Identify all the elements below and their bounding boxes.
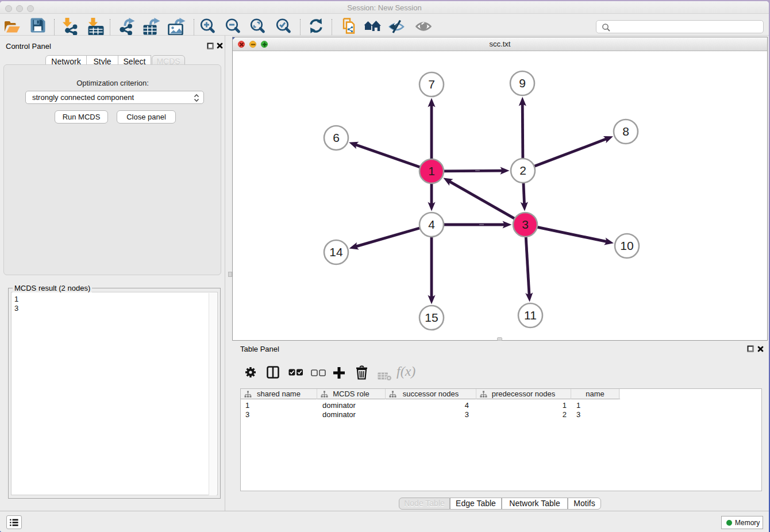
- svg-text:15: 15: [425, 311, 438, 324]
- svg-text:3: 3: [522, 218, 529, 231]
- svg-text:2: 2: [519, 164, 526, 177]
- svg-text:6: 6: [333, 131, 340, 144]
- svg-text:11: 11: [524, 309, 537, 322]
- svg-text:8: 8: [622, 125, 629, 138]
- svg-text:10: 10: [620, 239, 633, 252]
- svg-text:1: 1: [428, 164, 435, 178]
- svg-text:14: 14: [329, 245, 343, 259]
- svg-text:4: 4: [428, 218, 435, 231]
- svg-text:7: 7: [428, 78, 435, 91]
- svg-text:9: 9: [519, 76, 526, 90]
